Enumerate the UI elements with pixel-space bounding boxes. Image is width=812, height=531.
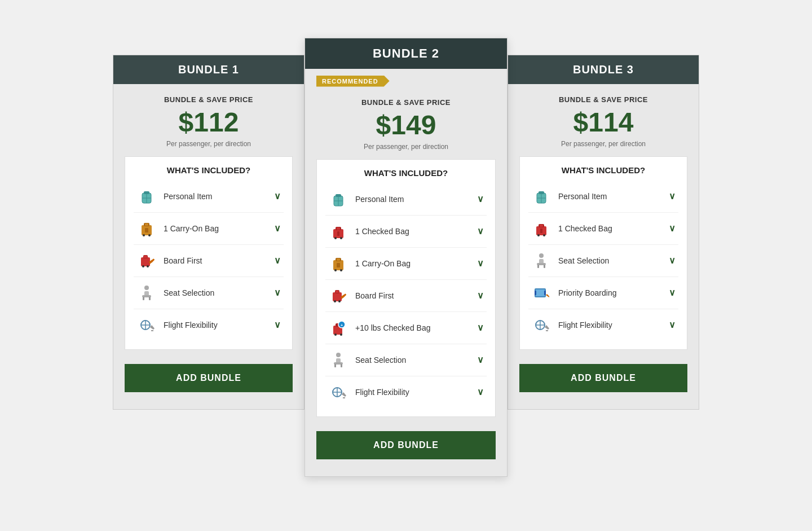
board-first-icon <box>328 286 348 306</box>
included-item-2-3[interactable]: Board First ∨ <box>325 280 487 312</box>
svg-rect-80 <box>544 291 546 295</box>
save-label-3: BUNDLE & SAVE PRICE <box>559 95 648 104</box>
svg-rect-76 <box>544 265 545 268</box>
chevron-icon-4: ∨ <box>477 322 484 333</box>
chevron-icon-2: ∨ <box>669 255 676 266</box>
included-item-2-2[interactable]: 1 Carry-On Bag ∨ <box>325 248 487 280</box>
price-section-3: BUNDLE & SAVE PRICE $114 Per passenger, … <box>548 84 659 156</box>
chevron-icon-2: ∨ <box>477 258 484 269</box>
item-left-2: Board First <box>136 251 202 271</box>
add-bundle-button-1[interactable]: ADD BUNDLE <box>125 364 293 392</box>
included-item-1-1[interactable]: 1 Carry-On Bag ∨ <box>134 213 284 245</box>
svg-rect-31 <box>337 227 340 230</box>
included-title-3: WHAT'S INCLUDED? <box>528 165 678 175</box>
chevron-icon-3: ∨ <box>477 290 484 301</box>
svg-rect-71 <box>540 229 542 233</box>
chevron-icon-6: ∨ <box>477 387 484 397</box>
included-item-3-3[interactable]: Priority Boarding ∨ <box>528 277 678 309</box>
item-label-2: 1 Carry-On Bag <box>355 259 411 268</box>
included-box-2: WHAT'S INCLUDED? Personal Item ∨ 1 Check… <box>316 159 496 417</box>
save-label-2: BUNDLE & SAVE PRICE <box>361 98 451 107</box>
included-item-1-2[interactable]: Board First ∨ <box>134 245 284 277</box>
svg-point-39 <box>340 269 342 271</box>
bundle-header-3: BUNDLE 3 <box>508 55 699 84</box>
included-item-2-5[interactable]: Seat Selection ∨ <box>325 344 487 376</box>
chevron-icon-3: ∨ <box>274 287 281 298</box>
svg-point-32 <box>334 237 337 239</box>
item-label-1: 1 Carry-On Bag <box>164 224 219 233</box>
item-left-0: Personal Item <box>531 186 607 207</box>
included-box-3: WHAT'S INCLUDED? Personal Item ∨ 1 Check… <box>519 156 687 350</box>
included-title-1: WHAT'S INCLUDED? <box>134 165 284 175</box>
price-sub-2: Per passenger, per direction <box>361 143 451 151</box>
carryon-icon <box>328 253 348 274</box>
flight-icon <box>136 315 157 335</box>
svg-point-72 <box>539 253 544 258</box>
svg-point-14 <box>147 265 149 267</box>
included-item-2-0[interactable]: Personal Item ∨ <box>325 183 487 216</box>
personal-item-icon <box>531 186 551 207</box>
svg-rect-12 <box>144 256 147 258</box>
svg-point-7 <box>143 234 145 236</box>
checked-bag-icon <box>328 221 348 242</box>
item-left-4: Flight Flexibility <box>136 315 218 335</box>
price-section-1: BUNDLE & SAVE PRICE $112 Per passenger, … <box>153 84 264 156</box>
item-left-4: + +10 lbs Checked Bag <box>328 318 430 338</box>
included-item-3-0[interactable]: Personal Item ∨ <box>528 181 678 213</box>
included-title-2: WHAT'S INCLUDED? <box>325 168 487 178</box>
svg-rect-37 <box>337 258 340 261</box>
item-left-1: 1 Carry-On Bag <box>136 218 219 239</box>
chevron-icon-3: ∨ <box>669 287 676 298</box>
included-item-1-4[interactable]: Flight Flexibility ∨ <box>134 309 284 341</box>
item-left-4: Flight Flexibility <box>531 315 612 335</box>
item-label-4: +10 lbs Checked Bag <box>355 323 430 332</box>
item-left-0: Personal Item <box>136 186 212 207</box>
item-left-3: Board First <box>328 286 394 306</box>
chevron-icon-4: ∨ <box>274 319 281 330</box>
included-item-3-1[interactable]: 1 Checked Bag ∨ <box>528 213 678 245</box>
included-item-2-4[interactable]: + +10 lbs Checked Bag ∨ <box>325 312 487 344</box>
item-label-5: Seat Selection <box>355 356 406 365</box>
svg-point-44 <box>334 300 336 302</box>
add-bundle-button-2[interactable]: ADD BUNDLE <box>316 431 496 459</box>
chevron-icon-0: ∨ <box>477 194 484 204</box>
svg-rect-41 <box>333 292 342 301</box>
bundle-card-3: BUNDLE 3 BUNDLE & SAVE PRICE $114 Per pa… <box>508 55 699 410</box>
price-2: $149 <box>361 109 451 141</box>
item-label-3: Board First <box>355 291 394 300</box>
price-sub-1: Per passenger, per direction <box>164 140 253 148</box>
recommended-label: RECOMMENDED <box>316 76 390 87</box>
save-label-1: BUNDLE & SAVE PRICE <box>164 95 253 104</box>
10lbs-icon: + <box>328 318 348 338</box>
item-left-1: 1 Checked Bag <box>531 218 612 239</box>
bundle-header-2: BUNDLE 2 <box>305 38 507 69</box>
svg-point-13 <box>142 265 144 267</box>
price-section-2: BUNDLE & SAVE PRICE $149 Per passenger, … <box>350 87 462 159</box>
svg-rect-19 <box>143 297 144 300</box>
svg-rect-9 <box>145 228 148 232</box>
item-label-2: Board First <box>164 256 202 265</box>
add-bundle-button-3[interactable]: ADD BUNDLE <box>519 364 687 392</box>
included-item-1-3[interactable]: Seat Selection ∨ <box>134 277 284 309</box>
included-item-2-6[interactable]: Flight Flexibility ∨ <box>325 376 487 408</box>
included-item-3-2[interactable]: Seat Selection ∨ <box>528 245 678 277</box>
svg-rect-34 <box>337 231 339 236</box>
price-3: $114 <box>559 107 648 138</box>
included-item-3-4[interactable]: Flight Flexibility ∨ <box>528 309 678 341</box>
flight-icon <box>328 382 348 402</box>
seat-icon <box>328 350 348 370</box>
svg-point-69 <box>537 234 540 236</box>
included-item-1-0[interactable]: Personal Item ∨ <box>134 181 284 213</box>
seat-icon <box>531 251 551 271</box>
item-left-0: Personal Item <box>328 189 404 209</box>
item-label-3: Priority Boarding <box>558 288 617 297</box>
item-label-0: Personal Item <box>164 192 212 201</box>
svg-text:+: + <box>341 323 343 327</box>
svg-rect-10 <box>141 257 150 266</box>
personal-item-icon <box>136 186 157 207</box>
item-left-6: Flight Flexibility <box>328 382 409 402</box>
chevron-icon-5: ∨ <box>477 354 484 365</box>
price-1: $112 <box>164 107 253 138</box>
included-item-2-1[interactable]: 1 Checked Bag ∨ <box>325 216 487 248</box>
flight-icon <box>531 315 551 335</box>
